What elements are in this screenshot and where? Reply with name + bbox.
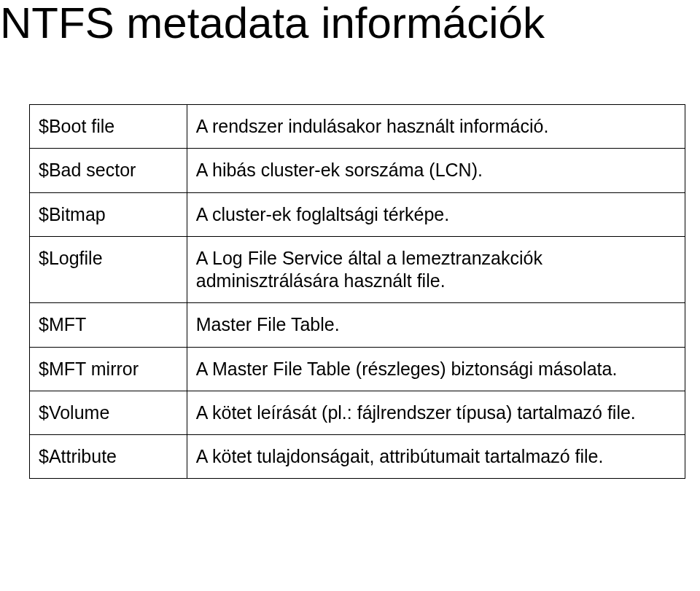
metadata-desc: Master File Table. [187,303,685,347]
metadata-name: $Bad sector [30,149,187,192]
metadata-table-wrap: $Boot file A rendszer indulásakor haszná… [29,104,685,479]
table-row: $MFT Master File Table. [30,303,685,347]
table-row: $Bitmap A cluster-ek foglaltsági térképe… [30,192,685,236]
metadata-name: $Boot file [30,105,187,149]
metadata-desc: A kötet tulajdonságait, attribútumait ta… [187,435,685,479]
metadata-name: $Volume [30,391,187,434]
table-row: $Boot file A rendszer indulásakor haszná… [30,105,685,149]
table-row: $Attribute A kötet tulajdonságait, attri… [30,435,685,479]
metadata-name: $MFT mirror [30,347,187,391]
table-row: $MFT mirror A Master File Table (részleg… [30,347,685,391]
metadata-desc: A hibás cluster-ek sorszáma (LCN). [187,149,685,192]
metadata-desc: A cluster-ek foglaltsági térképe. [187,192,685,236]
metadata-desc: A kötet leírását (pl.: fájlrendszer típu… [187,391,685,434]
metadata-desc: A Log File Service által a lemeztranzakc… [187,236,685,303]
page-title: NTFS metadata információk [0,0,700,46]
table-row: $Volume A kötet leírását (pl.: fájlrends… [30,391,685,434]
metadata-name: $MFT [30,303,187,347]
table-row: $Logfile A Log File Service által a leme… [30,236,685,303]
metadata-name: $Logfile [30,236,187,303]
metadata-name: $Bitmap [30,192,187,236]
table-row: $Bad sector A hibás cluster-ek sorszáma … [30,149,685,192]
metadata-desc: A Master File Table (részleges) biztonsá… [187,347,685,391]
metadata-desc: A rendszer indulásakor használt informác… [187,105,685,149]
metadata-table: $Boot file A rendszer indulásakor haszná… [29,104,685,479]
page: NTFS metadata információk $Boot file A r… [0,0,700,591]
metadata-name: $Attribute [30,435,187,479]
